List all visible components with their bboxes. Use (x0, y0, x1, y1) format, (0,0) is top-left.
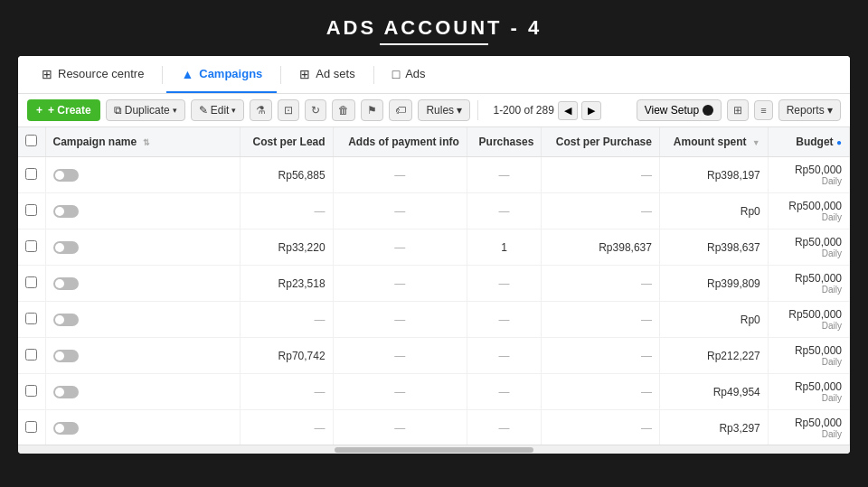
header-campaign-name[interactable]: Campaign name ⇅ (45, 127, 240, 157)
header-amount-spent[interactable]: Amount spent ▼ (659, 127, 768, 157)
rules-button[interactable]: Rules ▾ (418, 99, 470, 121)
copy-button[interactable]: ⊡ (278, 99, 299, 121)
select-all-checkbox[interactable] (25, 135, 37, 146)
tab-bar: ⊞ Resource centre ▲ Campaigns ⊞ Ad sets … (18, 56, 850, 94)
pagination-next-button[interactable]: ▶ (581, 101, 601, 120)
row-checkbox[interactable] (25, 168, 37, 180)
flag-button[interactable]: ⚑ (361, 99, 383, 121)
row-amount-spent: Rp212,227 (659, 338, 768, 374)
header-adds-payment[interactable]: Adds of payment info (333, 127, 467, 157)
budget-highlight-icon: ● (836, 137, 842, 147)
row-adds-payment: — (333, 302, 467, 338)
row-campaign-name (45, 338, 240, 374)
row-checkbox-cell[interactable] (18, 410, 45, 445)
table-row: — — — — Rp3,297 Rp50,000 Daily (18, 410, 850, 445)
row-toggle[interactable] (53, 314, 79, 326)
reports-button[interactable]: Reports ▾ (778, 99, 841, 121)
row-adds-payment: — (333, 266, 467, 302)
column-view-button[interactable]: ⊞ (727, 99, 749, 121)
row-purchases: — (467, 266, 541, 302)
row-checkbox-cell[interactable] (18, 266, 45, 302)
row-checkbox[interactable] (25, 204, 37, 216)
row-cost-per-lead: — (240, 410, 333, 445)
row-budget: Rp50,000 Daily (768, 157, 849, 193)
row-checkbox-cell[interactable] (18, 374, 45, 410)
row-campaign-name (45, 229, 240, 266)
edit-icon: ✎ (199, 104, 208, 117)
row-budget: Rp50,000 Daily (768, 410, 849, 445)
row-cost-per-lead: — (240, 374, 333, 410)
row-checkbox-cell[interactable] (18, 302, 45, 338)
edit-button[interactable]: ✎ Edit ▾ (191, 99, 245, 121)
row-cost-per-purchase: Rp398,637 (542, 229, 660, 266)
view-setup-dot-icon (703, 105, 713, 116)
row-checkbox[interactable] (25, 421, 37, 433)
row-toggle[interactable] (53, 277, 79, 290)
row-purchases: — (467, 410, 541, 445)
page-title-area: ADS ACCOUNT - 4 (0, 0, 868, 56)
row-campaign-name (45, 410, 240, 445)
title-underline (380, 43, 488, 45)
tab-ads[interactable]: □ Ads (378, 56, 440, 93)
row-cost-per-purchase: — (542, 338, 660, 374)
header-checkbox[interactable] (18, 127, 45, 157)
duplicate-arrow-icon: ▾ (173, 106, 177, 115)
row-checkbox-cell[interactable] (18, 229, 45, 266)
row-checkbox-cell[interactable] (18, 338, 45, 374)
header-cost-per-lead[interactable]: Cost per Lead (240, 127, 333, 157)
horizontal-scrollbar[interactable] (18, 445, 850, 454)
tag-button[interactable]: 🏷 (389, 99, 412, 121)
header-purchases[interactable]: Purchases (467, 127, 541, 157)
row-budget: Rp50,000 Daily (768, 374, 849, 410)
row-toggle[interactable] (53, 350, 79, 362)
campaigns-table: Campaign name ⇅ Cost per Lead Adds of pa… (18, 127, 850, 445)
row-cost-per-lead: Rp23,518 (240, 266, 333, 302)
delete-button[interactable]: 🗑 (332, 99, 355, 121)
row-checkbox-cell[interactable] (18, 193, 45, 229)
expand-icon: ≡ (754, 100, 772, 120)
row-adds-payment: — (333, 157, 467, 193)
row-toggle[interactable] (53, 241, 79, 254)
row-cost-per-lead: Rp33,220 (240, 229, 333, 266)
table-row: — — — — Rp0 Rp500,000 Daily (18, 302, 850, 338)
page-title: ADS ACCOUNT - 4 (0, 16, 868, 40)
tab-ad-sets[interactable]: ⊞ Ad sets (285, 56, 369, 93)
tab-campaigns[interactable]: ▲ Campaigns (166, 56, 277, 93)
campaigns-icon: ▲ (181, 67, 193, 81)
row-adds-payment: — (333, 338, 467, 374)
row-toggle[interactable] (53, 422, 79, 435)
row-budget: Rp50,000 Daily (768, 338, 849, 374)
row-checkbox[interactable] (25, 385, 37, 397)
row-amount-spent: Rp3,297 (659, 410, 768, 445)
row-toggle[interactable] (53, 386, 79, 398)
row-checkbox[interactable] (25, 349, 37, 361)
duplicate-button[interactable]: ⧉ Duplicate ▾ (106, 99, 185, 121)
table-row: Rp70,742 — — — Rp212,227 Rp50,000 Daily (18, 338, 850, 374)
flask-button[interactable]: ⚗ (250, 99, 272, 121)
row-cost-per-purchase: — (542, 302, 660, 338)
table-row: — — — — Rp49,954 Rp50,000 Daily (18, 374, 850, 410)
row-campaign-name (45, 193, 240, 229)
row-budget: Rp50,000 Daily (768, 266, 849, 302)
row-purchases: — (467, 193, 541, 229)
create-button[interactable]: + + Create (27, 99, 100, 121)
pagination-prev-button[interactable]: ◀ (558, 101, 578, 120)
duplicate-icon: ⧉ (114, 104, 122, 117)
row-checkbox[interactable] (25, 313, 37, 324)
row-toggle[interactable] (53, 205, 79, 218)
table-row: — — — — Rp0 Rp500,000 Daily (18, 193, 850, 229)
row-checkbox[interactable] (25, 276, 37, 288)
table-row: Rp33,220 — 1 Rp398,637 Rp398,637 Rp50,00… (18, 229, 850, 266)
row-cost-per-purchase: — (542, 410, 660, 445)
row-checkbox-cell[interactable] (18, 157, 45, 193)
header-budget[interactable]: Budget ● (768, 127, 849, 157)
view-setup-button[interactable]: View Setup (637, 99, 722, 121)
tab-resource-centre[interactable]: ⊞ Resource centre (27, 56, 158, 93)
row-toggle[interactable] (53, 169, 79, 182)
header-cost-per-purchase[interactable]: Cost per Purchase (542, 127, 660, 157)
tab-divider-2 (280, 66, 281, 84)
row-checkbox[interactable] (25, 240, 37, 252)
row-cost-per-purchase: — (542, 157, 660, 193)
refresh-button[interactable]: ↻ (305, 99, 326, 121)
row-budget: Rp50,000 Daily (768, 229, 849, 266)
